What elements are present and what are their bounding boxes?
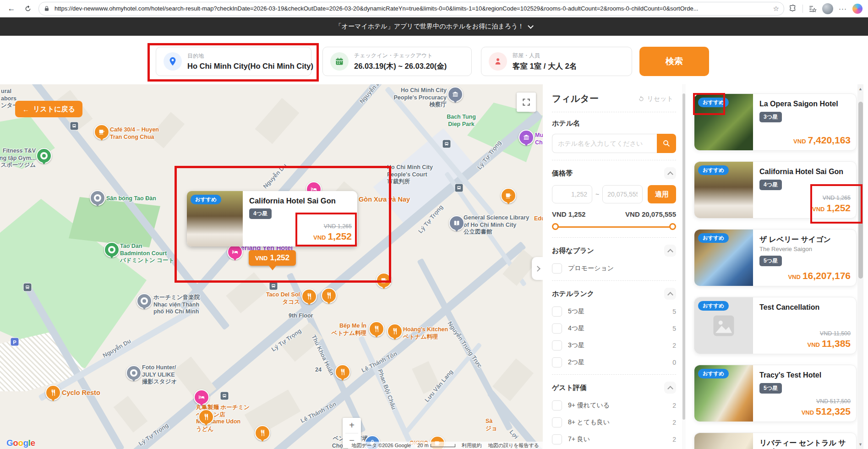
- restaurant-marker-icon[interactable]: [255, 425, 270, 441]
- hotel-card[interactable]: おすすめTest CancellationVND 11,500VND11,385: [694, 297, 857, 354]
- bus-marker-icon[interactable]: [455, 184, 464, 192]
- reset-filters-button[interactable]: リセット: [635, 94, 676, 104]
- restaurant-marker-icon[interactable]: [301, 289, 317, 304]
- dot-gray-marker-icon[interactable]: [136, 293, 152, 309]
- hotel-card[interactable]: おすすめTracy's Test Hotel5つ星VND 517,500VND5…: [694, 365, 857, 422]
- cafe-marker-icon[interactable]: [94, 124, 109, 140]
- collapse-panel-toggle[interactable]: [532, 257, 543, 280]
- terms-link[interactable]: 利用規約: [462, 442, 482, 449]
- hotel-card[interactable]: リバティー セントラル サイゴ…: [694, 433, 857, 449]
- extensions-icon[interactable]: [789, 5, 797, 13]
- filter-scrollbar-thumb[interactable]: [682, 93, 685, 420]
- checkbox[interactable]: [552, 434, 562, 444]
- hotel-name: Test Cancellation: [759, 303, 850, 312]
- price-collapse-button[interactable]: [664, 167, 676, 179]
- checkbox[interactable]: [552, 417, 562, 427]
- bed-marker-icon[interactable]: [227, 244, 243, 260]
- map-canvas[interactable]: Nguyễn DuNguyễn DuNguyễn DuLý Tự TrọngLý…: [0, 84, 543, 449]
- dot-gray-marker-icon[interactable]: [126, 365, 142, 381]
- filter-option-row: プロモーション: [552, 263, 676, 274]
- filter-option-label: プロモーション: [568, 264, 614, 273]
- back-to-list-button[interactable]: ← リストに戻る: [15, 101, 82, 117]
- person-icon: [489, 52, 507, 71]
- bus-marker-icon[interactable]: [442, 140, 451, 148]
- checkbox[interactable]: [552, 340, 562, 350]
- bus-marker-icon[interactable]: [23, 283, 32, 292]
- map-fullscreen-button[interactable]: [517, 93, 536, 112]
- bed-marker-icon[interactable]: [194, 389, 209, 405]
- cafe-marker-icon[interactable]: [501, 188, 516, 203]
- checkbox[interactable]: [552, 323, 562, 334]
- museum-marker-icon[interactable]: [448, 87, 463, 102]
- filter-scrollbar[interactable]: [682, 84, 686, 449]
- book-marker-icon[interactable]: [449, 215, 464, 231]
- favorites-bar-icon[interactable]: [808, 5, 817, 13]
- map-hotel-popup[interactable]: おすすめ California Hotel Sai Gon 4つ星 VND 1,…: [187, 191, 357, 246]
- filter-option-count: 2: [672, 436, 676, 443]
- hotel-card[interactable]: おすすめLa Opera Saigon Hotel3つ星VND7,420,163: [694, 93, 857, 151]
- recommend-badge: おすすめ: [698, 233, 729, 243]
- copilot-icon[interactable]: [852, 4, 863, 14]
- list-scrollbar[interactable]: ▲ ▼: [857, 84, 863, 449]
- museum-purple-marker-icon[interactable]: [519, 130, 534, 145]
- bookmark-star-icon[interactable]: ☆: [773, 5, 779, 13]
- scroll-down-arrow[interactable]: ▼: [857, 441, 863, 448]
- filter-group-collapse-button[interactable]: [664, 245, 676, 257]
- filter-group-collapse-button[interactable]: [664, 288, 676, 300]
- dot-gray-marker-icon[interactable]: [90, 190, 105, 206]
- popup-price: VND1,252: [313, 231, 352, 242]
- scroll-up-arrow[interactable]: ▲: [857, 85, 863, 93]
- filter-group-collapse-button[interactable]: [664, 382, 676, 394]
- restaurant-marker-icon[interactable]: [198, 409, 214, 425]
- zoom-in-button[interactable]: +: [343, 418, 361, 433]
- slider-handle-min[interactable]: [552, 223, 559, 230]
- dot-green-marker-icon[interactable]: [36, 148, 52, 164]
- occupancy-field[interactable]: 部屋・人員 客室 1室 / 大人 2名: [481, 47, 632, 76]
- map-price-marker[interactable]: VND1,252: [249, 250, 296, 266]
- report-map-error-link[interactable]: 地図の誤りを報告する: [488, 442, 539, 449]
- checkbox[interactable]: [552, 263, 562, 274]
- browser-reload-icon[interactable]: [22, 3, 34, 15]
- google-logo[interactable]: Google: [6, 438, 35, 448]
- profile-avatar[interactable]: [822, 3, 833, 14]
- browser-menu-icon[interactable]: ···: [839, 5, 847, 12]
- hotel-name-input[interactable]: [552, 134, 657, 153]
- back-to-list-label: リストに戻る: [33, 105, 75, 114]
- bus-marker-icon[interactable]: [269, 282, 278, 290]
- price-max-input[interactable]: [602, 185, 643, 203]
- hotel-price-block: VND7,420,163: [793, 135, 851, 146]
- slider-handle-max[interactable]: [669, 223, 676, 230]
- map-scale: 20 m: [417, 443, 455, 448]
- restaurant-marker-icon[interactable]: [335, 364, 350, 380]
- hotel-card[interactable]: おすすめザ レベリー サイゴンThe Reverie Saigon5つ星VND1…: [694, 229, 857, 286]
- address-bar[interactable]: ☆: [38, 2, 784, 16]
- price-min-input[interactable]: [552, 185, 592, 203]
- destination-field[interactable]: 目的地 Ho Chi Minh City(Ho Chi Minh City): [156, 47, 311, 76]
- filter-option-label: 3つ星: [568, 341, 584, 350]
- bus-marker-icon[interactable]: [220, 392, 229, 400]
- dot-green-marker-icon[interactable]: [104, 242, 120, 257]
- search-button[interactable]: 検索: [639, 47, 709, 76]
- restaurant-marker-icon[interactable]: [369, 321, 384, 337]
- restaurant-marker-icon[interactable]: [387, 323, 403, 339]
- filter-option-row: 5つ星5: [552, 307, 676, 317]
- map-place-label: Taco Del Solタコス: [266, 291, 300, 306]
- cafe-marker-icon[interactable]: [376, 273, 392, 288]
- banner-chevron-down-icon[interactable]: [528, 23, 534, 29]
- filter-option-label: 2つ星: [568, 358, 584, 367]
- list-scrollbar-thumb[interactable]: [858, 102, 863, 279]
- browser-back-icon[interactable]: ←: [5, 3, 17, 15]
- hotel-name-search-button[interactable]: [657, 134, 676, 153]
- hotel-card[interactable]: おすすめCalifornia Hotel Sai Gon4つ星VND 1,265…: [694, 161, 857, 219]
- checkbox[interactable]: [552, 357, 562, 367]
- checkbox[interactable]: [552, 400, 562, 411]
- bus-marker-icon[interactable]: [70, 122, 79, 131]
- dates-field[interactable]: チェックイン・チェックアウト 26.03.19(木) ~ 26.03.20(金): [322, 47, 472, 76]
- parking-marker-icon[interactable]: P: [11, 338, 19, 346]
- restaurant-marker-icon[interactable]: [321, 288, 337, 303]
- url-input[interactable]: [54, 5, 770, 12]
- checkbox[interactable]: [552, 307, 562, 317]
- restaurant-marker-icon[interactable]: [45, 385, 61, 400]
- map-place-label: General Science Libraryof Ho Chi Minh Ci…: [464, 214, 529, 236]
- apply-price-button[interactable]: 適用: [648, 185, 676, 203]
